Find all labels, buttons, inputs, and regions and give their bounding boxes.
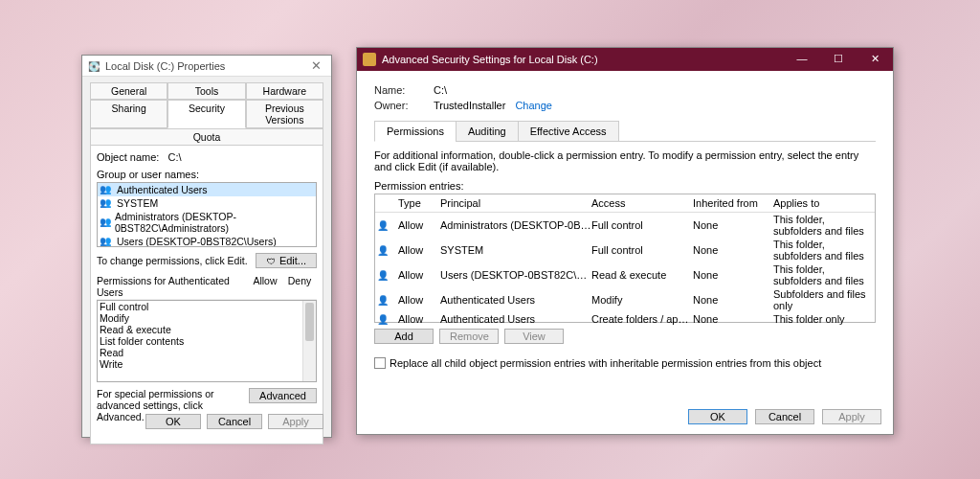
change-permissions-hint: To change permissions, click Edit. xyxy=(97,255,256,266)
table-row[interactable]: AllowUsers (DESKTOP-0BST82C\Use…Read & e… xyxy=(375,262,875,287)
table-row[interactable]: AllowAuthenticated UsersModifyNoneSubfol… xyxy=(375,287,875,312)
shield-icon xyxy=(266,255,277,265)
drive-icon xyxy=(88,60,101,71)
group-item[interactable]: Authenticated Users xyxy=(98,183,316,196)
minimize-button[interactable]: — xyxy=(784,48,820,71)
apply-button[interactable]: Apply xyxy=(822,409,881,424)
tab-previous-versions[interactable]: Previous Versions xyxy=(246,100,323,128)
table-row[interactable]: AllowAdministrators (DESKTOP-0BS…Full co… xyxy=(375,213,875,238)
scrollbar[interactable] xyxy=(302,301,316,381)
maximize-button[interactable]: ☐ xyxy=(820,48,857,71)
properties-title: Local Disk (C:) Properties xyxy=(105,60,225,72)
table-row[interactable]: AllowSYSTEMFull controlNoneThis folder, … xyxy=(375,238,875,262)
principal-icon xyxy=(377,244,389,256)
properties-window: Local Disk (C:) Properties ✕ General Too… xyxy=(81,55,332,438)
remove-button[interactable]: Remove xyxy=(439,329,499,344)
col-type[interactable]: Type xyxy=(398,197,440,209)
tab-sharing[interactable]: Sharing xyxy=(90,100,167,128)
object-name-value: C:\ xyxy=(168,151,182,163)
properties-tabstrip: General Tools Hardware Sharing Security … xyxy=(90,82,323,146)
properties-titlebar[interactable]: Local Disk (C:) Properties ✕ xyxy=(82,56,331,77)
change-owner-link[interactable]: Change xyxy=(515,100,552,111)
users-icon xyxy=(100,217,111,228)
col-allow: Allow xyxy=(248,275,282,298)
group-item[interactable]: Users (DESKTOP-0BST82C\Users) xyxy=(98,235,316,247)
principal-icon xyxy=(377,269,389,281)
cancel-button[interactable]: Cancel xyxy=(207,414,262,429)
permission-entries-table[interactable]: Type Principal Access Inherited from App… xyxy=(374,194,876,323)
advanced-tabstrip: Permissions Auditing Effective Access xyxy=(374,121,876,142)
tab-general[interactable]: General xyxy=(90,82,167,100)
col-applies[interactable]: Applies to xyxy=(773,197,873,209)
info-text: For additional information, double-click… xyxy=(374,149,876,172)
folder-icon xyxy=(363,53,376,66)
name-value: C:\ xyxy=(434,84,447,96)
view-button[interactable]: View xyxy=(504,329,564,344)
replace-checkbox[interactable] xyxy=(374,357,386,369)
group-item[interactable]: SYSTEM xyxy=(98,196,316,210)
replace-label: Replace all child object permission entr… xyxy=(390,357,821,369)
tab-permissions[interactable]: Permissions xyxy=(374,121,457,142)
tab-effective-access[interactable]: Effective Access xyxy=(518,121,619,142)
col-access[interactable]: Access xyxy=(591,197,693,209)
tab-tools[interactable]: Tools xyxy=(167,82,245,100)
tab-quota[interactable]: Quota xyxy=(90,128,323,146)
owner-label: Owner: xyxy=(374,100,434,111)
permissions-list[interactable]: Full control Modify Read & execute List … xyxy=(97,300,317,382)
group-users-label: Group or user names: xyxy=(97,169,317,180)
advanced-button[interactable]: Advanced xyxy=(249,388,317,403)
col-principal[interactable]: Principal xyxy=(440,197,591,209)
name-label: Name: xyxy=(374,84,434,96)
advanced-title: Advanced Security Settings for Local Dis… xyxy=(382,54,598,65)
tab-security[interactable]: Security xyxy=(167,100,245,128)
cancel-button[interactable]: Cancel xyxy=(755,409,814,424)
ok-button[interactable]: OK xyxy=(688,409,747,424)
close-button[interactable]: ✕ xyxy=(857,48,893,71)
permissions-panel: For additional information, double-click… xyxy=(374,141,876,369)
col-deny: Deny xyxy=(282,275,317,298)
permissions-for-label: Permissions for Authenticated Users xyxy=(97,275,248,298)
close-icon[interactable]: ✕ xyxy=(307,58,325,73)
security-tab-panel: Object name: C:\ Group or user names: Au… xyxy=(90,146,323,445)
entries-label: Permission entries: xyxy=(374,180,876,192)
principal-icon xyxy=(377,294,389,306)
principal-icon xyxy=(377,313,389,325)
group-users-list[interactable]: Authenticated Users SYSTEM Administrator… xyxy=(97,182,317,247)
advanced-titlebar[interactable]: Advanced Security Settings for Local Dis… xyxy=(357,48,893,71)
group-item[interactable]: Administrators (DESKTOP-0BST82C\Administ… xyxy=(98,210,316,235)
principal-icon xyxy=(377,219,389,231)
edit-button[interactable]: Edit... xyxy=(256,253,317,268)
tab-hardware[interactable]: Hardware xyxy=(246,82,323,100)
table-row[interactable]: AllowAuthenticated UsersCreate folders /… xyxy=(375,312,875,326)
users-icon xyxy=(100,236,113,247)
advanced-security-window: Advanced Security Settings for Local Dis… xyxy=(356,47,894,435)
apply-button[interactable]: Apply xyxy=(268,414,323,429)
col-inherited[interactable]: Inherited from xyxy=(693,197,773,209)
object-name-label: Object name: xyxy=(97,151,159,163)
tab-auditing[interactable]: Auditing xyxy=(456,121,519,142)
ok-button[interactable]: OK xyxy=(145,414,201,429)
add-button[interactable]: Add xyxy=(374,329,434,344)
owner-value: TrustedInstaller xyxy=(434,100,505,111)
users-icon xyxy=(100,184,113,195)
users-icon xyxy=(100,197,113,209)
